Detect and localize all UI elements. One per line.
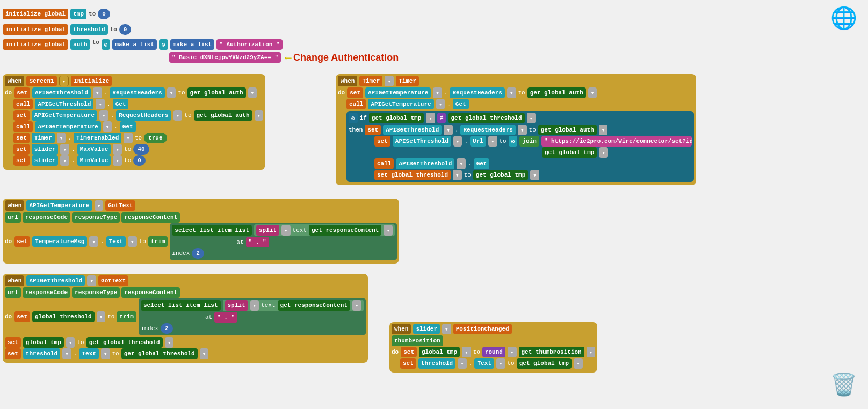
change-auth-label: Change Authentication xyxy=(293,52,399,63)
when-screen1-block: when Screen1 ▾ Initialize do set APIGetT… xyxy=(3,74,265,170)
global-auth-block: initialize global auth to ⊙ make a list … xyxy=(3,39,399,64)
global-threshold-block: initialize global threshold to 0 xyxy=(3,24,131,35)
when-timer-block: when Timer ▾ Timer do set APIGetTemperat… xyxy=(336,74,696,185)
when-got-temp-block: when APIGetTemperature ▾ GotText url res… xyxy=(3,199,399,264)
when-slider-block: when slider ▾ PositionChanged thumbPosit… xyxy=(389,322,597,373)
trash-icon[interactable]: 🗑️ xyxy=(830,372,857,398)
globe-icon: 🌐 xyxy=(830,5,857,32)
global-tmp-block: initialize global tmp to 0 xyxy=(3,8,110,20)
when-got-threshold-block: when APIGetThreshold ▾ GotText url respo… xyxy=(3,274,368,363)
